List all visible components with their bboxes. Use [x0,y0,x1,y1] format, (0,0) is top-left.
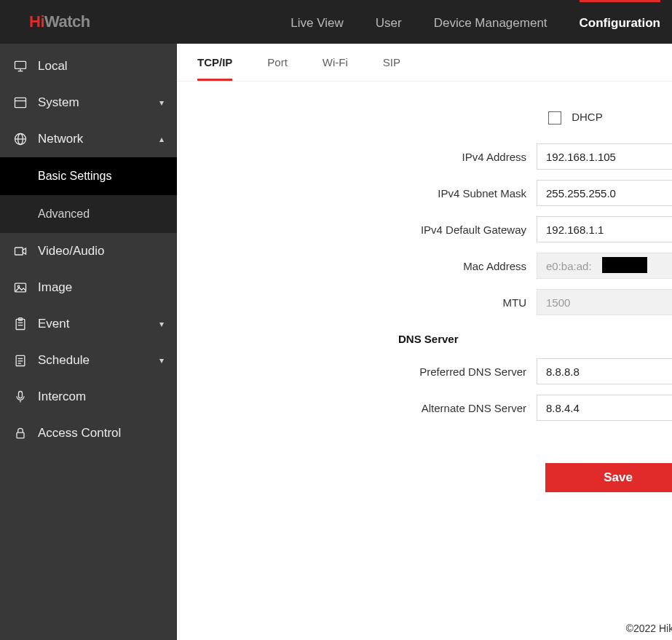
clipboard-icon [13,317,28,331]
tab-wifi[interactable]: Wi-Fi [323,56,348,81]
preferred-dns-input[interactable] [537,358,672,384]
nav-configuration[interactable]: Configuration [580,0,660,44]
alternate-dns-input[interactable] [537,395,672,421]
brand-logo: HiWatch [29,12,90,31]
sidebar-label-system: System [38,95,79,110]
nav-user[interactable]: User [376,0,402,44]
ipv4-address-input[interactable] [537,143,672,170]
chevron-up-icon: ▴ [159,134,164,144]
logo-part-watch: Watch [44,12,90,31]
sidebar-label-access-control: Access Control [38,426,121,441]
sidebar-item-event[interactable]: Event ▾ [0,306,177,342]
main-area: Local System ▾ Network ▴ Basic Settings … [0,44,672,640]
nav-device-management[interactable]: Device Management [434,0,548,44]
redacted-block [602,257,647,273]
lock-icon [13,426,28,441]
sidebar-item-local[interactable]: Local [0,48,177,84]
tcpip-form: DHCP IPv4 Address IPv4 Subnet Mask IPv4 … [177,82,672,492]
sidebar-label-schedule: Schedule [38,353,90,368]
svg-rect-0 [15,61,26,68]
alternate-dns-label: Alternate DNS Server [177,402,537,414]
sidebar-label-image: Image [38,280,72,295]
video-icon [13,244,28,258]
sidebar-item-intercom[interactable]: Intercom [0,379,177,415]
sidebar-item-network[interactable]: Network ▴ [0,121,177,157]
sidebar: Local System ▾ Network ▴ Basic Settings … [0,44,177,640]
image-icon [13,280,28,295]
ipv4-subnet-mask-input[interactable] [537,180,672,206]
svg-rect-8 [15,248,23,255]
sidebar-item-video-audio[interactable]: Video/Audio [0,233,177,269]
sidebar-sub-basic-settings[interactable]: Basic Settings [0,157,177,195]
sidebar-sub-advanced[interactable]: Advanced [0,195,177,233]
sidebar-label-local: Local [38,59,68,74]
tab-tcpip[interactable]: TCP/IP [197,56,232,81]
ipv4-gateway-input[interactable] [537,216,672,242]
window-icon [13,95,28,110]
logo-part-hi: Hi [29,12,44,31]
nav-live-view[interactable]: Live View [290,0,343,44]
dhcp-checkbox[interactable] [548,111,561,125]
sidebar-item-image[interactable]: Image [0,269,177,306]
sidebar-label-video-audio: Video/Audio [38,244,104,258]
svg-rect-3 [15,98,26,107]
sidebar-network-submenu: Basic Settings Advanced [0,157,177,233]
tab-sip[interactable]: SIP [383,56,400,81]
sidebar-label-event: Event [38,317,69,331]
content-panel: TCP/IP Port Wi-Fi SIP DHCP IPv4 Address … [177,44,672,640]
save-button[interactable]: Save [545,463,672,492]
microphone-icon [13,390,28,404]
sidebar-item-access-control[interactable]: Access Control [0,415,177,451]
ipv4-address-label: IPv4 Address [177,151,537,163]
top-bar: HiWatch Live View User Device Management… [0,0,672,44]
sub-tabs: TCP/IP Port Wi-Fi SIP [177,44,672,82]
ipv4-gateway-label: IPv4 Default Gateway [177,224,537,236]
tab-port[interactable]: Port [267,56,288,81]
schedule-icon [13,353,28,368]
sidebar-label-network: Network [38,132,83,146]
footer-copyright: ©2022 Hikvision Digital Tech [626,623,672,634]
chevron-down-icon: ▾ [159,98,164,108]
chevron-down-icon: ▾ [159,319,164,329]
ipv4-subnet-mask-label: IPv4 Subnet Mask [177,187,537,199]
monitor-icon [13,59,28,74]
dhcp-label: DHCP [572,111,603,123]
mtu-input [537,289,672,315]
dhcp-row: DHCP [177,111,672,125]
svg-rect-22 [17,432,24,438]
sidebar-item-system[interactable]: System ▾ [0,84,177,121]
mac-address-label: Mac Address [177,260,537,272]
sidebar-item-schedule[interactable]: Schedule ▾ [0,342,177,379]
dns-server-header: DNS Server [177,333,537,345]
svg-rect-20 [19,392,23,398]
top-nav: Live View User Device Management Configu… [290,0,660,44]
mtu-label: MTU [177,296,537,309]
sidebar-label-intercom: Intercom [38,390,86,404]
chevron-down-icon: ▾ [159,355,164,366]
globe-icon [13,132,28,146]
preferred-dns-label: Preferred DNS Server [177,366,537,378]
